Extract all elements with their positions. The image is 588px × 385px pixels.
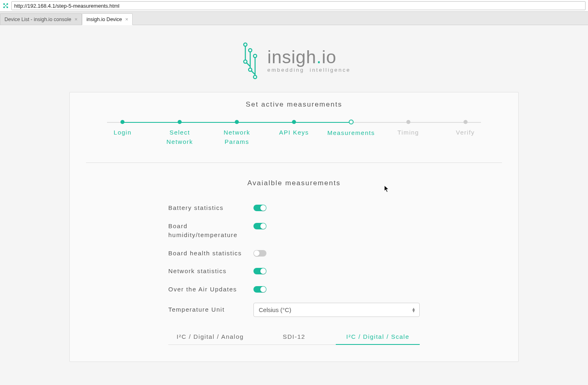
step-verify[interactable]: Verify	[437, 120, 494, 146]
subtab-sdi12[interactable]: SDI-12	[252, 329, 336, 345]
svg-point-7	[244, 60, 247, 63]
svg-point-5	[249, 49, 252, 52]
subtab-i2c-digital-scale[interactable]: I²C / Digital / Scale	[336, 329, 420, 345]
browser-chrome: Device List - insigh.io console × insigh…	[0, 0, 588, 25]
browser-tab-1[interactable]: insigh.io Device ×	[82, 13, 133, 25]
measurement-label: Over the Air Updates	[168, 285, 249, 294]
close-icon[interactable]: ×	[74, 16, 79, 22]
section-title: Avaialble measurements	[86, 179, 502, 187]
svg-point-4	[244, 43, 247, 46]
tab-strip: Device List - insigh.io console × insigh…	[0, 12, 588, 25]
temperature-unit-select[interactable]: Celsius (°C)	[253, 303, 420, 317]
toggle-network-statistics[interactable]	[253, 268, 266, 274]
step-label: Verify	[456, 128, 475, 137]
viewport: insigh.io embedding intelligence Set act…	[0, 25, 588, 383]
step-login[interactable]: Login	[94, 120, 151, 146]
step-label: Select Network	[155, 128, 204, 146]
step-network-params[interactable]: Network Params	[208, 120, 266, 146]
subtab-i2c-digital-analog[interactable]: I²C / Digital / Analog	[168, 329, 252, 345]
settings-card: Set active measurements Login Select Net…	[69, 92, 519, 362]
brand-tagline-b: intelligence	[310, 67, 351, 73]
measurements-form: Battery statistics Board humidity/temper…	[168, 203, 420, 345]
measurement-label: Battery statistics	[168, 203, 249, 213]
toggle-board-health-statistics[interactable]	[253, 250, 266, 257]
site-favicon-icon	[2, 2, 9, 9]
toggle-board-humidity-temperature[interactable]	[253, 223, 266, 229]
brand-tagline-a: embedding	[267, 67, 304, 73]
temperature-unit-label: Temperature Unit	[168, 305, 249, 314]
toggle-ota-updates[interactable]	[253, 286, 266, 293]
browser-tab-0[interactable]: Device List - insigh.io console ×	[0, 13, 82, 25]
step-label: Login	[114, 128, 131, 137]
toggle-battery-statistics[interactable]	[253, 205, 266, 211]
svg-point-6	[253, 54, 257, 58]
step-api-keys[interactable]: API Keys	[266, 120, 323, 146]
brand-logo: insigh.io embedding intelligence	[69, 41, 519, 80]
tab-title: Device List - insigh.io console	[4, 17, 71, 22]
step-select-network[interactable]: Select Network	[151, 120, 208, 146]
step-label: Network Params	[212, 128, 261, 146]
sensor-tabbar: I²C / Digital / Analog SDI-12 I²C / Digi…	[168, 329, 420, 345]
brand-tld: io	[322, 47, 336, 67]
step-label: API Keys	[279, 128, 309, 137]
address-bar	[0, 0, 588, 12]
step-label: Measurements	[327, 128, 375, 138]
step-label: Timing	[397, 128, 419, 137]
svg-point-9	[253, 75, 257, 79]
close-icon[interactable]: ×	[124, 16, 129, 22]
url-input[interactable]	[11, 1, 586, 10]
card-title: Set active measurements	[86, 101, 502, 109]
measurement-label: Network statistics	[168, 267, 249, 276]
brand-name: insigh	[267, 47, 316, 67]
logo-mark-icon	[237, 41, 262, 80]
svg-point-8	[249, 68, 252, 71]
measurement-label: Board humidity/temperature	[168, 222, 249, 240]
step-timing[interactable]: Timing	[380, 120, 437, 146]
divider	[86, 163, 502, 163]
measurement-label: Board health statistics	[168, 249, 249, 258]
wizard-stepper: Login Select Network Network Params API …	[86, 120, 502, 146]
tab-title: insigh.io Device	[86, 17, 122, 22]
step-measurements[interactable]: Measurements	[322, 120, 380, 146]
